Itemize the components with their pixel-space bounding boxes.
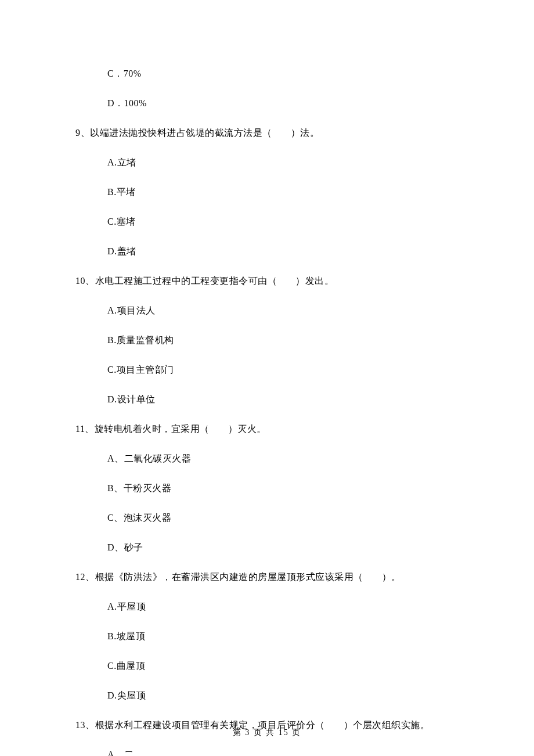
q11-option-c: C、泡沫灭火器 — [107, 511, 459, 525]
q9-stem-post: ）法。 — [291, 128, 320, 138]
q9-stem-pre: 9、以端进法抛投快料进占戗堤的截流方法是（ — [75, 128, 272, 138]
q9-option-c: C.塞堵 — [107, 215, 459, 229]
q10-option-d: D.设计单位 — [107, 393, 459, 406]
q12-option-a: A.平屋顶 — [107, 600, 459, 614]
q8-option-d: D．100% — [107, 96, 459, 110]
q11-option-b: B、干粉灭火器 — [107, 481, 459, 495]
q8-option-c: C．70% — [107, 67, 459, 81]
q10-option-b: B.质量监督机构 — [107, 333, 459, 347]
q11-stem: 11、旋转电机着火时，宜采用（ ）灭火。 — [75, 422, 459, 436]
q9-option-d: D.盖堵 — [107, 244, 459, 258]
q10-stem-pre: 10、水电工程施工过程中的工程变更指令可由（ — [75, 276, 277, 286]
q12-option-c: C.曲屋顶 — [107, 659, 459, 673]
q12-option-d: D.尖屋顶 — [107, 689, 459, 703]
q11-stem-post: ）灭火。 — [228, 424, 266, 434]
document-content: C．70% D．100% 9、以端进法抛投快料进占戗堤的截流方法是（ ）法。 A… — [0, 0, 534, 756]
q10-option-a: A.项目法人 — [107, 304, 459, 318]
q12-stem-post: ）。 — [382, 572, 401, 582]
q9-blank — [272, 126, 291, 140]
q11-stem-pre: 11、旋转电机着火时，宜采用（ — [75, 424, 210, 434]
q9-option-b: B.平堵 — [107, 185, 459, 199]
q11-option-d: D、砂子 — [107, 541, 459, 555]
q11-blank — [210, 422, 228, 436]
q12-blank — [363, 570, 382, 584]
q10-option-c: C.项目主管部门 — [107, 363, 459, 377]
page-footer: 第 3 页 共 15 页 — [0, 726, 534, 739]
q12-stem: 12、根据《防洪法》，在蓄滞洪区内建造的房屋屋顶形式应该采用（ ）。 — [75, 570, 459, 584]
q12-option-b: B.坡屋顶 — [107, 629, 459, 643]
q10-blank — [277, 274, 295, 288]
q11-option-a: A、二氧化碳灭火器 — [107, 452, 459, 466]
q12-stem-pre: 12、根据《防洪法》，在蓄滞洪区内建造的房屋屋顶形式应该采用（ — [75, 572, 363, 582]
q13-option-a: A．二 — [107, 748, 459, 756]
q10-stem: 10、水电工程施工过程中的工程变更指令可由（ ）发出。 — [75, 274, 459, 288]
q9-stem: 9、以端进法抛投快料进占戗堤的截流方法是（ ）法。 — [75, 126, 459, 140]
q10-stem-post: ）发出。 — [295, 276, 334, 286]
q9-option-a: A.立堵 — [107, 156, 459, 170]
